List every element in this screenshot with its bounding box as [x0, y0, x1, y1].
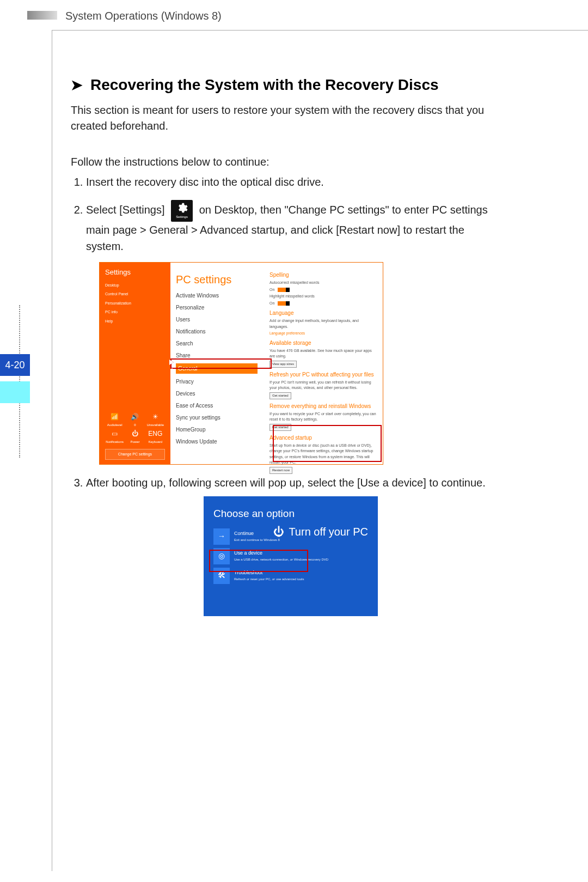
- nav-item[interactable]: Devices: [176, 390, 258, 398]
- option-turnoff[interactable]: ⏻ Turn off your PC: [273, 524, 368, 540]
- step-3-text: After booting up, following screen will …: [86, 477, 486, 489]
- charm-item: Personalization: [105, 301, 165, 307]
- pc-settings-nav: PC settings Activate Windows Personalize…: [170, 263, 263, 464]
- notifications-icon: ▭: [112, 429, 118, 439]
- chapter-header: System Operations (Windows 8): [65, 10, 222, 22]
- step-1: Insert the recovery disc into the optica…: [86, 174, 495, 190]
- nav-item[interactable]: Activate Windows: [176, 291, 258, 300]
- highlight-use-device: [209, 550, 308, 572]
- get-started-refresh-button[interactable]: Get started: [270, 392, 291, 399]
- follow-text: Follow the instructions below to continu…: [71, 156, 495, 168]
- nav-item[interactable]: Share: [176, 351, 258, 360]
- nav-item-general[interactable]: General: [176, 363, 258, 374]
- step-3: After booting up, following screen will …: [86, 475, 495, 616]
- settings-charm-tile: Settings: [171, 200, 193, 222]
- choose-title: Choose an option: [213, 506, 368, 522]
- toggle-icon[interactable]: [278, 301, 290, 306]
- arrow-right-icon: →: [213, 528, 230, 545]
- rule-vertical: [52, 30, 52, 871]
- page-number-tab: 4-20: [0, 354, 30, 376]
- callout-arrow-icon: [169, 360, 174, 365]
- pc-settings-screenshot: Settings Desktop Control Panel Personali…: [99, 262, 383, 465]
- nav-item[interactable]: Ease of Access: [176, 402, 258, 410]
- get-started-remove-button[interactable]: Get started: [270, 424, 291, 431]
- view-app-sizes-button[interactable]: View app sizes: [270, 361, 297, 368]
- charm-status-tiles: 📶Audiolevel 🔊0 ☀Unavailable ▭Notificatio…: [105, 412, 165, 445]
- nav-item[interactable]: Search: [176, 339, 258, 348]
- nav-item[interactable]: Sync your settings: [176, 413, 258, 422]
- toggle-icon[interactable]: [278, 288, 290, 292]
- charm-title: Settings: [105, 267, 165, 278]
- header-gradient-bar: [27, 11, 57, 20]
- charm-item: PC info: [105, 309, 165, 315]
- nav-item[interactable]: Windows Update: [176, 437, 258, 446]
- step-2-before: Select [Settings]: [86, 204, 165, 216]
- step-2: Select [Settings] Settings on Desktop, t…: [86, 200, 495, 465]
- network-icon: 📶: [111, 412, 119, 422]
- pc-settings-heading: PC settings: [176, 271, 258, 288]
- sec-advanced-startup: Advanced startup: [270, 434, 376, 442]
- sec-refresh: Refresh your PC without affecting your f…: [270, 370, 376, 379]
- nav-item[interactable]: Personalize: [176, 303, 258, 312]
- brightness-icon: ☀: [152, 412, 158, 422]
- rule-horizontal: [52, 30, 588, 31]
- sec-storage: Available storage: [270, 339, 376, 347]
- section-title-text: Recovering the System with the Recovery …: [90, 76, 439, 94]
- step-1-text: Insert the recovery disc into the optica…: [86, 176, 324, 188]
- power-icon: ⏻: [132, 429, 138, 439]
- choose-option-screenshot: Choose an option → ContinueExit and cont…: [204, 496, 378, 616]
- section-title: ➤ Recovering the System with the Recover…: [71, 76, 495, 94]
- charm-item: Desktop: [105, 283, 165, 289]
- nav-item[interactable]: Privacy: [176, 378, 258, 386]
- restart-now-button[interactable]: Restart now: [270, 467, 292, 474]
- sec-language: Language: [270, 309, 376, 317]
- intro-text: This section is meant for users to resto…: [71, 102, 495, 134]
- callout-dashed-line: [171, 363, 173, 434]
- change-pc-settings-button[interactable]: Change PC settings: [105, 449, 165, 460]
- settings-tile-label: Settings: [176, 215, 188, 220]
- keyboard-icon: ENG: [148, 429, 162, 439]
- settings-charm-panel: Settings Desktop Control Panel Personali…: [100, 263, 170, 464]
- gear-icon: [176, 202, 188, 214]
- charm-item: Control Panel: [105, 291, 165, 297]
- power-icon: ⏻: [273, 524, 284, 540]
- nav-item[interactable]: HomeGroup: [176, 425, 258, 434]
- volume-icon: 🔊: [131, 412, 139, 422]
- language-preferences-link[interactable]: Language preferences: [270, 331, 376, 336]
- sec-spelling: Spelling: [270, 271, 376, 279]
- chevron-right-icon: ➤: [71, 77, 83, 94]
- nav-item[interactable]: Users: [176, 315, 258, 324]
- pc-settings-main: Spelling Autocorrect misspelled words On…: [263, 263, 383, 464]
- cyan-tab: [0, 381, 30, 403]
- charm-item: Help: [105, 319, 165, 325]
- sec-remove: Remove everything and reinstall Windows: [270, 402, 376, 410]
- nav-item[interactable]: Notifications: [176, 327, 258, 336]
